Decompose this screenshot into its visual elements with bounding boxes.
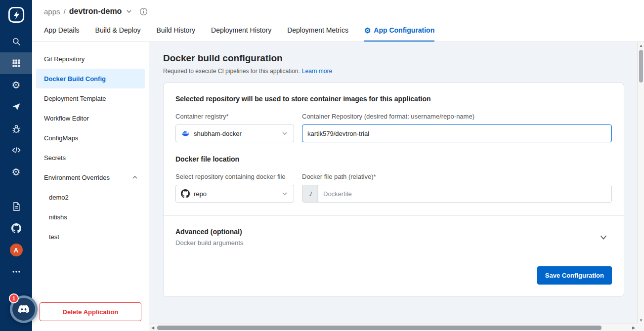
devtron-logo[interactable] <box>7 6 25 24</box>
container-registry-value: shubham-docker <box>194 130 242 137</box>
docker-repo-label: Select repository containing docker file <box>175 173 294 180</box>
breadcrumb-separator: / <box>64 7 66 16</box>
config-sidebar: Git Repository Docker Build Config Deplo… <box>32 42 149 331</box>
advanced-section: Advanced (optional) Docker build argumen… <box>175 228 612 247</box>
docker-file-path-field: Docker file path (relative)* ./ <box>302 173 612 203</box>
advanced-subheading: Docker build arguments <box>175 239 243 247</box>
docker-file-path-group: ./ <box>302 185 612 203</box>
tab-app-details[interactable]: App Details <box>44 26 80 41</box>
bug-icon[interactable] <box>0 118 32 139</box>
vertical-scrollbar-thumb[interactable] <box>639 50 643 83</box>
docker-file-path-label: Docker file path (relative)* <box>302 173 612 180</box>
scroll-right-arrow[interactable]: ▶ <box>630 324 637 331</box>
github-icon <box>181 189 190 198</box>
apps-grid-icon[interactable] <box>0 52 32 74</box>
sidebar-item-git-repository[interactable]: Git Repository <box>36 49 145 69</box>
document-icon[interactable] <box>0 196 32 217</box>
chevron-down-icon <box>281 190 289 198</box>
docker-file-path-input[interactable] <box>318 185 611 202</box>
top-bar: apps / devtron-demo App Details Build & … <box>32 0 644 42</box>
content-area: Git Repository Docker Build Config Deplo… <box>32 42 644 331</box>
sidebar-item-docker-build-config[interactable]: Docker Build Config <box>36 69 145 88</box>
sidebar-item-secrets[interactable]: Secrets <box>36 148 145 167</box>
docker-build-card: Selected repository will be used to stor… <box>163 83 624 297</box>
page-title: Docker build configuration <box>163 53 624 64</box>
card-divider <box>164 215 624 216</box>
rocket-icon[interactable] <box>0 96 32 118</box>
container-registry-select[interactable]: shubham-docker <box>175 124 294 142</box>
delete-application-wrap: Delete Application <box>32 294 149 331</box>
page-subtitle: Required to execute CI pipelines for thi… <box>163 68 624 75</box>
sidebar-item-configmaps[interactable]: ConfigMaps <box>36 128 145 148</box>
path-prefix: ./ <box>302 185 318 202</box>
breadcrumb: apps / devtron-demo <box>44 0 644 21</box>
right-column: apps / devtron-demo App Details Build & … <box>32 0 644 331</box>
github-icon[interactable] <box>0 217 32 239</box>
vertical-scrollbar: ▲ ▼ <box>637 42 644 324</box>
scrollbar-corner <box>637 324 644 331</box>
sidebar-item-deployment-template[interactable]: Deployment Template <box>36 88 145 108</box>
tab-deployment-history[interactable]: Deployment History <box>211 26 271 41</box>
gear-icon[interactable]: ⚙ <box>0 74 32 96</box>
tab-deployment-metrics[interactable]: Deployment Metrics <box>287 26 348 41</box>
app-window: ⚙ ⚙ A 1 <box>0 0 644 331</box>
delete-application-button[interactable]: Delete Application <box>40 302 141 321</box>
horizontal-scrollbar: ◀ ▶ <box>149 324 637 331</box>
tab-build-deploy[interactable]: Build & Deploy <box>95 26 141 41</box>
repo-section-heading: Selected repository will be used to stor… <box>175 95 612 103</box>
chevron-down-icon <box>281 129 289 137</box>
sidebar-item-workflow-editor[interactable]: Workflow Editor <box>36 108 145 128</box>
icon-rail: ⚙ ⚙ A <box>0 0 32 331</box>
code-icon[interactable] <box>0 139 32 161</box>
user-avatar[interactable]: A <box>0 239 32 261</box>
docker-file-row: Select repository containing docker file… <box>175 173 612 203</box>
breadcrumb-apps[interactable]: apps <box>44 7 60 16</box>
save-configuration-button[interactable]: Save Configuration <box>537 266 612 285</box>
search-icon[interactable] <box>0 31 32 52</box>
docker-repo-value: repo <box>194 190 207 198</box>
more-options-icon[interactable] <box>0 261 32 283</box>
docker-icon <box>181 129 190 138</box>
gear-icon: ⚙ <box>364 27 371 34</box>
container-repository-input[interactable] <box>302 124 612 142</box>
scroll-down-arrow[interactable]: ▼ <box>638 317 644 324</box>
notification-badge: 1 <box>9 293 19 303</box>
sidebar-item-env-nitishs[interactable]: nitishs <box>36 207 145 227</box>
docker-repo-field: Select repository containing docker file… <box>175 173 294 203</box>
app-tabs: App Details Build & Deploy Build History… <box>44 21 644 41</box>
container-repository-label: Container Repository (desired format: us… <box>302 113 612 120</box>
settings-gear-icon[interactable]: ⚙ <box>0 161 32 183</box>
advanced-text: Advanced (optional) Docker build argumen… <box>175 228 243 247</box>
docker-file-section-heading: Docker file location <box>175 155 612 163</box>
app-switcher-chevron-icon[interactable] <box>125 7 133 15</box>
learn-more-link[interactable]: Learn more <box>302 68 332 75</box>
container-registry-label: Container registry* <box>175 113 294 120</box>
container-repository-field: Container Repository (desired format: us… <box>302 113 612 142</box>
advanced-expand-chevron-icon[interactable] <box>598 232 609 243</box>
sidebar-item-env-test[interactable]: test <box>36 227 145 247</box>
advanced-heading: Advanced (optional) <box>175 228 243 236</box>
tab-app-configuration[interactable]: ⚙ App Configuration <box>364 26 434 41</box>
chevron-up-icon <box>131 173 139 181</box>
card-footer: Save Configuration <box>175 266 612 285</box>
tab-build-history[interactable]: Build History <box>156 26 195 41</box>
sidebar-item-env-demo2[interactable]: demo2 <box>36 187 145 207</box>
avatar: A <box>10 244 23 256</box>
breadcrumb-app-name: devtron-demo <box>69 7 122 16</box>
horizontal-scrollbar-thumb[interactable] <box>157 326 601 330</box>
docker-repo-select[interactable]: repo <box>175 185 294 203</box>
sidebar-item-environment-overrides[interactable]: Environment Overrides <box>36 167 145 187</box>
scroll-left-arrow[interactable]: ◀ <box>149 324 156 331</box>
scroll-up-arrow[interactable]: ▲ <box>638 42 644 49</box>
registry-row: Container registry* shubham-docker <box>175 113 612 142</box>
container-registry-field: Container registry* shubham-docker <box>175 113 294 142</box>
main-pane: Docker build configuration Required to e… <box>149 42 644 331</box>
discord-widget[interactable]: 1 <box>10 295 38 323</box>
info-icon[interactable] <box>139 7 148 16</box>
